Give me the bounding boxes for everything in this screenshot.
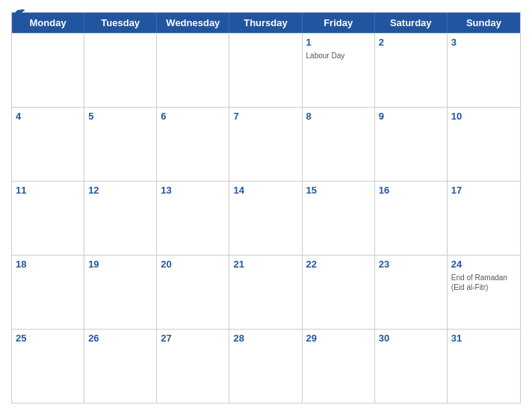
- calendar-cell: 9: [375, 108, 448, 181]
- calendar-cell: 1Labour Day: [303, 34, 375, 107]
- calendar-cell: 15: [303, 182, 375, 255]
- calendar-cell: 25: [12, 330, 84, 403]
- calendar-cell: 30: [375, 330, 448, 403]
- logo-bird-icon: [13, 7, 26, 18]
- cell-day-number: 2: [379, 36, 443, 49]
- cell-day-number: 11: [16, 184, 80, 197]
- cell-day-number: 25: [16, 332, 80, 345]
- calendar-cell: [229, 34, 302, 107]
- calendar-cell: 29: [303, 330, 375, 403]
- calendar-cell: 3: [448, 34, 520, 107]
- cell-day-number: 23: [379, 258, 443, 271]
- cell-day-number: 24: [451, 258, 516, 271]
- week-row: 45678910: [12, 107, 520, 181]
- calendar-cell: 26: [84, 330, 157, 403]
- cell-day-number: 31: [451, 332, 516, 345]
- cell-day-number: 14: [233, 184, 297, 197]
- cell-day-number: 17: [451, 184, 516, 197]
- week-row: 25262728293031: [12, 329, 520, 403]
- cell-day-number: 21: [233, 258, 297, 271]
- day-header: Tuesday: [84, 13, 157, 33]
- cell-day-number: 20: [161, 258, 225, 271]
- cell-day-number: 8: [306, 110, 371, 123]
- cell-day-number: 18: [16, 258, 80, 271]
- page: MondayTuesdayWednesdayThursdayFridaySatu…: [0, 0, 532, 411]
- cell-day-number: 22: [306, 258, 371, 271]
- cell-day-number: 26: [88, 332, 152, 345]
- logo: [11, 7, 26, 18]
- calendar-cell: 13: [157, 182, 229, 255]
- day-header: Thursday: [229, 13, 302, 33]
- day-header: Sunday: [448, 13, 520, 33]
- cell-day-number: 13: [161, 184, 225, 197]
- calendar-cell: 17: [448, 182, 520, 255]
- calendar-cell: 12: [84, 182, 157, 255]
- cell-day-number: 28: [233, 332, 297, 345]
- calendar-cell: 11: [12, 182, 84, 255]
- week-row: 11121314151617: [12, 181, 520, 255]
- cell-day-number: 1: [306, 36, 371, 49]
- week-row: 18192021222324End of Ramadan (Eid al-Fit…: [12, 255, 520, 329]
- week-row: 1Labour Day23: [12, 33, 520, 107]
- calendar-cell: 5: [84, 108, 157, 181]
- cell-day-number: 5: [88, 110, 152, 123]
- calendar-cell: 31: [448, 330, 520, 403]
- calendar-cell: 21: [229, 256, 302, 329]
- day-headers: MondayTuesdayWednesdayThursdayFridaySatu…: [12, 13, 520, 33]
- cell-day-number: 10: [451, 110, 516, 123]
- cell-event: End of Ramadan (Eid al-Fitr): [451, 273, 516, 292]
- calendar-cell: [84, 34, 157, 107]
- calendar-cell: [157, 34, 229, 107]
- calendar-cell: 19: [84, 256, 157, 329]
- calendar-cell: 14: [229, 182, 302, 255]
- cell-event: Labour Day: [306, 51, 371, 61]
- cell-day-number: 12: [88, 184, 152, 197]
- calendar-cell: 24End of Ramadan (Eid al-Fitr): [448, 256, 520, 329]
- cell-day-number: 3: [451, 36, 516, 49]
- cell-day-number: 27: [161, 332, 225, 345]
- cell-day-number: 30: [379, 332, 443, 345]
- day-header: Friday: [303, 13, 375, 33]
- calendar-cell: 18: [12, 256, 84, 329]
- calendar-cell: 27: [157, 330, 229, 403]
- calendar-cell: 7: [229, 108, 302, 181]
- cell-day-number: 7: [233, 110, 297, 123]
- cell-day-number: 16: [379, 184, 443, 197]
- calendar-cell: 22: [303, 256, 375, 329]
- calendar-cell: 6: [157, 108, 229, 181]
- calendar-cell: 4: [12, 108, 84, 181]
- calendar-cell: 10: [448, 108, 520, 181]
- calendar-cell: 28: [229, 330, 302, 403]
- weeks-container: 1Labour Day23456789101112131415161718192…: [12, 33, 520, 403]
- cell-day-number: 9: [379, 110, 443, 123]
- day-header: Saturday: [375, 13, 448, 33]
- day-header: Wednesday: [157, 13, 229, 33]
- cell-day-number: 4: [16, 110, 80, 123]
- calendar-cell: 2: [375, 34, 448, 107]
- cell-day-number: 19: [88, 258, 152, 271]
- calendar-cell: 23: [375, 256, 448, 329]
- cell-day-number: 29: [306, 332, 371, 345]
- cell-day-number: 15: [306, 184, 371, 197]
- calendar-cell: 8: [303, 108, 375, 181]
- calendar-cell: 20: [157, 256, 229, 329]
- cell-day-number: 6: [161, 110, 225, 123]
- calendar: MondayTuesdayWednesdayThursdayFridaySatu…: [11, 12, 521, 404]
- calendar-cell: [12, 34, 84, 107]
- logo-blue-text: [11, 7, 26, 18]
- calendar-cell: 16: [375, 182, 448, 255]
